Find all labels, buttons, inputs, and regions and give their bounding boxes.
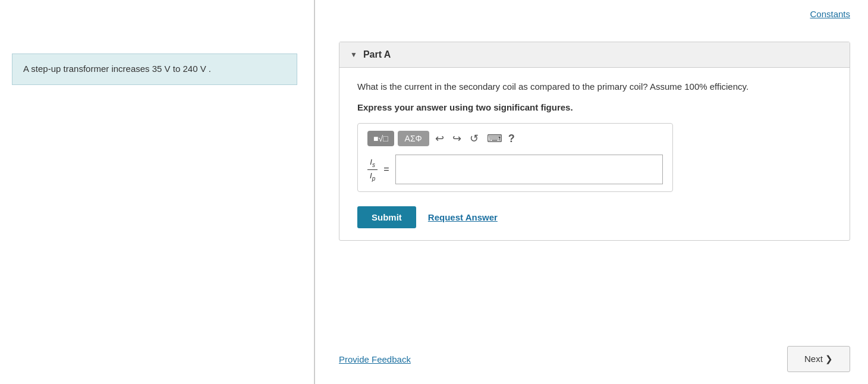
fraction-sqrt-button[interactable]: ■√□ — [367, 131, 394, 146]
action-row: Submit Request Answer — [357, 206, 832, 228]
right-panel: Constants ▼ Part A What is the current i… — [315, 0, 868, 384]
answer-input[interactable] — [395, 155, 663, 184]
problem-statement: A step-up transformer increases 35 V to … — [12, 53, 297, 85]
question-text: What is the current in the secondary coi… — [357, 80, 832, 94]
math-toolbar: ■√□ ΑΣΦ ↩ ↪ ↺ ⌨ ? — [367, 131, 663, 146]
fraction-label: Is Ip — [367, 158, 378, 181]
help-icon[interactable]: ? — [508, 133, 515, 145]
fraction-denominator: Ip — [367, 170, 378, 182]
fraction-numerator: Is — [367, 158, 378, 170]
submit-button[interactable]: Submit — [357, 206, 416, 228]
bottom-bar: Provide Feedback Next ❯ — [339, 346, 850, 372]
math-input-container: ■√□ ΑΣΦ ↩ ↪ ↺ ⌨ ? Is Ip — [357, 123, 673, 192]
constants-link[interactable]: Constants — [810, 9, 850, 19]
part-title: Part A — [363, 49, 391, 60]
part-section: ▼ Part A What is the current in the seco… — [339, 42, 850, 241]
provide-feedback-link[interactable]: Provide Feedback — [339, 354, 411, 364]
undo-button[interactable]: ↩ — [433, 131, 446, 146]
request-answer-link[interactable]: Request Answer — [428, 212, 498, 222]
fraction-row: Is Ip = — [367, 155, 663, 184]
keyboard-button[interactable]: ⌨ — [485, 131, 505, 146]
left-panel: A step-up transformer increases 35 V to … — [0, 0, 315, 384]
problem-text: A step-up transformer increases 35 V to … — [23, 64, 211, 74]
part-header: ▼ Part A — [339, 42, 850, 68]
next-button[interactable]: Next ❯ — [787, 346, 850, 372]
equals-sign: = — [383, 164, 389, 175]
reset-button[interactable]: ↺ — [467, 131, 481, 146]
greek-symbols-button[interactable]: ΑΣΦ — [398, 131, 429, 146]
part-body: What is the current in the secondary coi… — [339, 68, 850, 240]
math-btn-group: ■√□ — [367, 131, 394, 146]
chevron-down-icon: ▼ — [350, 51, 357, 59]
instruction-text: Express your answer using two significan… — [357, 102, 832, 112]
redo-button[interactable]: ↪ — [450, 131, 464, 146]
